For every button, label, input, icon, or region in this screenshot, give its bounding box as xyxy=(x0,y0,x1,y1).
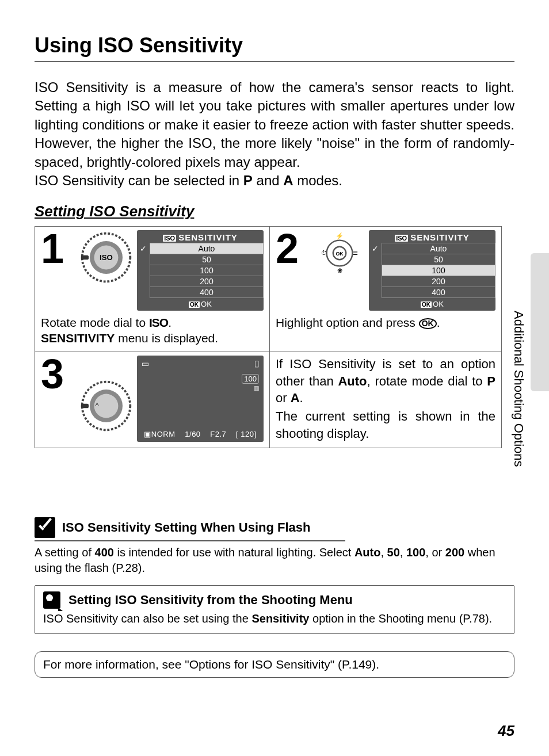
step-3-info-cell: If ISO Sensitivity is set to an option o… xyxy=(270,352,502,448)
quality-label: NORM xyxy=(151,430,176,438)
lcd-shooting-display: ▭ ⌷ 100▥ ▣NORM 1/60 F2.7 [ 120] xyxy=(137,356,264,442)
lcd-option: 200 xyxy=(382,276,495,287)
text-bold: Auto xyxy=(354,546,381,559)
text: Highlight option and press xyxy=(276,316,419,329)
svg-text:OK: OK xyxy=(336,251,344,257)
svg-text:⏱: ⏱ xyxy=(321,250,327,257)
svg-rect-15 xyxy=(81,404,89,408)
text: is intended for use with natural lightin… xyxy=(114,546,354,559)
iso-word-icon: ISO xyxy=(149,316,168,329)
lcd-title-text: SENSITIVITY xyxy=(410,232,470,242)
lcd-option: 100 xyxy=(150,265,264,276)
section-tab xyxy=(531,253,549,391)
shutter-value: 1/60 xyxy=(185,430,200,438)
lcd-option: 200 xyxy=(150,276,264,287)
text: , xyxy=(400,546,406,559)
text: , xyxy=(380,546,387,559)
mode-dial-icon: A xyxy=(79,379,134,433)
lcd-option: 100 xyxy=(382,265,495,276)
svg-text:A: A xyxy=(96,400,100,407)
steps-table: 1 ISO ISOSENSITIVITY ✓Auto 50 100 200 40… xyxy=(35,226,502,448)
note-flash: ISO Sensitivity Setting When Using Flash… xyxy=(35,517,514,576)
step-1-caption: Rotate mode dial to ISO. SENSITIVITY men… xyxy=(41,315,264,346)
note-body: A setting of 400 is intended for use wit… xyxy=(35,545,514,576)
check-icon xyxy=(35,517,55,538)
ok-button-icon: OK xyxy=(419,318,437,329)
page-number: 45 xyxy=(498,722,514,740)
svg-text:☰: ☰ xyxy=(353,250,358,257)
note-body: ISO Sensitivity can also be set using th… xyxy=(43,612,506,625)
step-2-cell: 2 OK ⚡ ❀ ⏱ ☰ xyxy=(270,227,502,352)
text: ISO Sensitivity can also be set using th… xyxy=(43,612,251,625)
side-label: Additional Shooting Options xyxy=(511,311,526,467)
frame-count: [ 120] xyxy=(236,430,257,438)
step-number-2: 2 xyxy=(276,230,309,268)
mode-dial-icon: ISO xyxy=(79,230,134,285)
mode-p-icon: P xyxy=(243,173,253,188)
text: , rotate mode dial to xyxy=(367,374,487,388)
text: . xyxy=(437,316,440,329)
text: , or xyxy=(425,546,445,559)
checkmark-icon: ✓ xyxy=(137,244,150,253)
note-more-info: For more information, see "Options for I… xyxy=(35,651,514,678)
lcd-option: 50 xyxy=(382,254,495,265)
text: . xyxy=(300,391,303,405)
text-bold: 50 xyxy=(387,546,400,559)
mode-p-icon: P xyxy=(487,374,495,388)
text-bold: Auto xyxy=(338,374,367,388)
note-shooting-menu: Setting ISO Sensitivity from the Shootin… xyxy=(35,585,514,634)
text: and xyxy=(253,173,283,188)
text: The current setting is shown in the shoo… xyxy=(276,408,495,442)
text: option in the Shooting menu (P.78). xyxy=(309,612,492,625)
subheading: Setting ISO Sensitivity xyxy=(35,203,514,220)
step-number-1: 1 xyxy=(41,230,74,268)
mode-a-icon: A xyxy=(283,173,293,188)
step-1-cell: 1 ISO ISOSENSITIVITY ✓Auto 50 100 200 40… xyxy=(35,227,270,352)
aperture-value: F2.7 xyxy=(210,430,226,438)
icon: ▭ xyxy=(142,359,149,368)
text: Rotate mode dial to xyxy=(41,316,149,329)
checkmark-icon: ✓ xyxy=(369,244,382,253)
step-3-cell: 3 A ▭ ⌷ 100▥ ▣NORM 1/60 F2.7 xyxy=(35,352,270,448)
text-bold: 400 xyxy=(95,546,114,559)
svg-rect-4 xyxy=(81,255,89,260)
note-title: ISO Sensitivity Setting When Using Flash xyxy=(62,520,311,535)
text: menu is displayed. xyxy=(115,331,218,345)
text: ISO Sensitivity can be selected in xyxy=(35,173,243,188)
lcd-option: Auto xyxy=(150,243,264,254)
text-bold: SENSITIVITY xyxy=(41,331,115,345)
ok-tag-icon: OK xyxy=(421,301,432,308)
multi-selector-icon: OK ⚡ ❀ ⏱ ☰ xyxy=(314,230,365,278)
intro-paragraph: ISO Sensitivity is a measure of how the … xyxy=(35,78,514,171)
lcd-option: Auto xyxy=(382,243,495,254)
text-bold: 100 xyxy=(406,546,425,559)
note-title: Setting ISO Sensitivity from the Shootin… xyxy=(68,593,353,608)
svg-text:⚡: ⚡ xyxy=(336,232,344,240)
page-title: Using ISO Sensitivity xyxy=(35,33,514,62)
lcd-screen-1: ISOSENSITIVITY ✓Auto 50 100 200 400 OKOK xyxy=(137,230,264,311)
text: or xyxy=(276,391,291,405)
lcd-option: 50 xyxy=(150,254,264,265)
text-bold: Sensitivity xyxy=(251,612,309,625)
text: A setting of xyxy=(35,546,95,559)
camera-icon xyxy=(43,591,60,609)
step-number-3: 3 xyxy=(41,356,74,393)
lcd-option: 400 xyxy=(382,287,495,298)
text: modes. xyxy=(293,173,342,188)
text: . xyxy=(168,316,171,329)
lcd-option: 400 xyxy=(150,287,264,298)
lcd-title-text: SENSITIVITY xyxy=(178,232,238,242)
iso-tag-icon: ISO xyxy=(163,235,176,242)
lcd-ok-text: OK xyxy=(201,300,212,308)
iso-badge: 100 xyxy=(242,374,259,384)
svg-text:ISO: ISO xyxy=(100,254,113,262)
mode-a-icon: A xyxy=(291,391,300,405)
text-bold: 200 xyxy=(445,546,464,559)
icon: ⌷ xyxy=(254,359,259,368)
intro-modes-line: ISO Sensitivity can be selected in P and… xyxy=(35,171,514,190)
lcd-ok-text: OK xyxy=(433,300,444,308)
svg-text:❀: ❀ xyxy=(337,267,342,274)
step-2-caption: Highlight option and press OK. xyxy=(276,315,495,330)
lcd-screen-2: ISOSENSITIVITY ✓Auto 50 100 200 400 OKOK xyxy=(369,230,495,311)
ok-tag-icon: OK xyxy=(189,301,200,308)
